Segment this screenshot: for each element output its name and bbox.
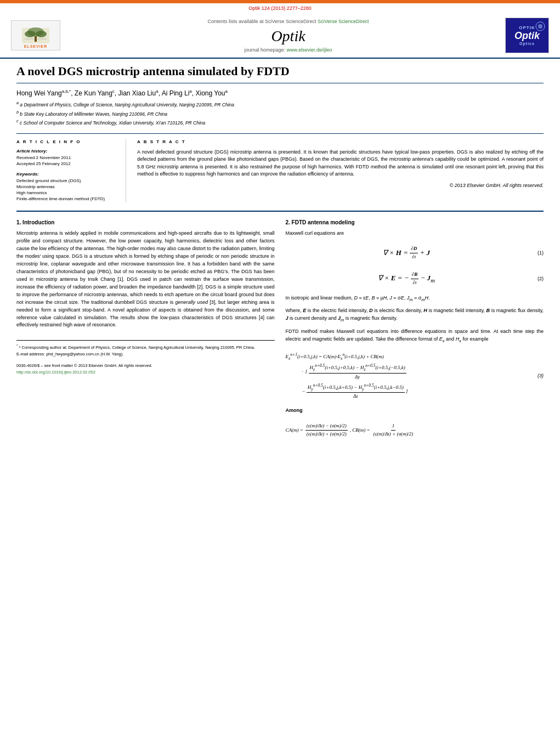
- section2-title: 2. FDTD antenna modeling: [286, 218, 544, 227]
- abstract-panel: A B S T R A C T A novel defected ground …: [137, 139, 544, 202]
- footnote-email: E-mail address: phd_hwyang@yahoo.com.cn …: [16, 352, 275, 358]
- journal-header: ELSEVIER Contents lists available at Sci…: [0, 13, 560, 59]
- citation-bar: Optik 124 (2013) 2277–2280: [0, 3, 560, 13]
- body-columns: 1. Introduction Microstrip antenna is wi…: [16, 211, 544, 445]
- eq3-line3: − Hyn+0.5(i+0.5,j,k+0.5) − Hyn+0.5(i+0.5…: [286, 382, 528, 400]
- abstract-text: A novel defected ground structure (DGS) …: [137, 149, 544, 178]
- equation-3: Exn+1(i+0.5,j,k) = CA(m)·Exn(i+0.5,j,k) …: [286, 348, 544, 404]
- svg-point-3: [36, 31, 47, 37]
- eq3-line2: · [ Hzn+0.5(i+0.5,j+0.5,k) − Hzn+0.5(i+0…: [286, 363, 528, 381]
- page-container: Optik 124 (2013) 2277–2280 ELSEVIER: [0, 0, 560, 741]
- where-text: Where, E is the electric field intensity…: [286, 307, 544, 323]
- ca-formula: CA(m) = (ε(m)/Δt) − (σ(m)/2) (ε(m)/Δt) +…: [286, 422, 544, 438]
- article-info-title: A R T I C L E I N F O: [16, 139, 117, 144]
- isotropic-text: In isotropic and linear medium, D = εE, …: [286, 295, 544, 303]
- section1-title: 1. Introduction: [16, 218, 275, 227]
- keyword-2: Microstrip antennas: [16, 184, 117, 189]
- footnote-section: * * Corresponding author at: Department …: [16, 340, 275, 376]
- elsevier-logo: ELSEVIER: [11, 20, 60, 50]
- eq3-number: (3): [527, 372, 544, 380]
- svg-point-2: [25, 31, 36, 37]
- footnote-copyright: 0030-4026/$ – see front matter © 2013 El…: [16, 363, 275, 369]
- keyword-3: High harmonics: [16, 190, 117, 195]
- eq2-number: (2): [527, 275, 544, 283]
- info-abstract-section: A R T I C L E I N F O Article history: R…: [16, 133, 544, 202]
- authors-line: Hong Wei Yanga,b,*, Ze Kun Yangc, Jian X…: [16, 89, 544, 97]
- affiliation-b: b b State Key Laboratory of Millimeter W…: [16, 110, 544, 118]
- eq3-line1: Exn+1(i+0.5,j,k) = CA(m)·Exn(i+0.5,j,k) …: [286, 352, 528, 361]
- keywords-label: Keywords:: [16, 172, 117, 177]
- eq2-content: ∇ × E = − ∂B ∂t − Jm: [286, 271, 528, 287]
- received-date: Received 2 November 2011: [16, 155, 117, 160]
- optik-subtitle: Optics: [519, 42, 535, 46]
- body-col-left: 1. Introduction Microstrip antenna is wi…: [16, 218, 275, 445]
- journal-homepage: journal homepage: www.elsevier.de/ijleo: [71, 47, 505, 53]
- keyword-4: Finite-difference time-domain method (FD…: [16, 196, 117, 201]
- article-info-panel: A R T I C L E I N F O Article history: R…: [16, 139, 126, 202]
- abstract-title: A B S T R A C T: [137, 139, 544, 144]
- accepted-date: Accepted 25 February 2012: [16, 161, 117, 166]
- footnote-corresponding: * * Corresponding author at: Department …: [16, 343, 275, 350]
- maxwell-label: Maxwell curl equations are: [286, 230, 544, 237]
- ca-cb-formulas: CA(m) = (ε(m)/Δt) − (σ(m)/2) (ε(m)/Δt) +…: [286, 419, 544, 442]
- article-title: A novel DGS microstrip antenna simulated…: [16, 64, 544, 83]
- journal-center: Contents lists available at SciVerse Sci…: [71, 19, 505, 53]
- journal-name: Optik: [71, 27, 505, 45]
- equation-1: ∇ × H = ∂D ∂t + J (1): [286, 243, 544, 263]
- section1-text: Microstrip antenna is widely applied in …: [16, 230, 275, 329]
- history-label: Article history:: [16, 149, 117, 154]
- equation-2: ∇ × E = − ∂B ∂t − Jm (2): [286, 269, 544, 289]
- eq1-number: (1): [527, 250, 544, 257]
- eq1-content: ∇ × H = ∂D ∂t + J: [286, 245, 528, 261]
- among-label: Among: [286, 407, 544, 415]
- main-content: A novel DGS microstrip antenna simulated…: [0, 59, 560, 456]
- affiliation-c: c c School of Computer Science and Techn…: [16, 118, 544, 127]
- elsevier-wordmark: ELSEVIER: [24, 44, 48, 48]
- sciverse-text: Contents lists available at SciVerse Sci…: [71, 19, 505, 24]
- abstract-copyright: © 2013 Elsevier GmbH. All rights reserve…: [137, 183, 544, 188]
- optik-logo: OPTIK Optik Optics: [505, 18, 549, 53]
- affiliations: a a Department of Physics, College of Sc…: [16, 100, 544, 127]
- keyword-1: Defected ground structure (DGS): [16, 178, 117, 183]
- footnote-doi: http://dx.doi.org/10.1016/j.ijleo.2012.0…: [16, 370, 275, 376]
- svg-point-7: [538, 24, 542, 29]
- body-col-right: 2. FDTD antenna modeling Maxwell curl eq…: [286, 218, 544, 445]
- citation-text: Optik 124 (2013) 2277–2280: [248, 5, 312, 11]
- fdtd-text: FDTD method makes Maxwell curl equations…: [286, 328, 544, 344]
- affiliation-a: a a Department of Physics, College of Sc…: [16, 100, 544, 109]
